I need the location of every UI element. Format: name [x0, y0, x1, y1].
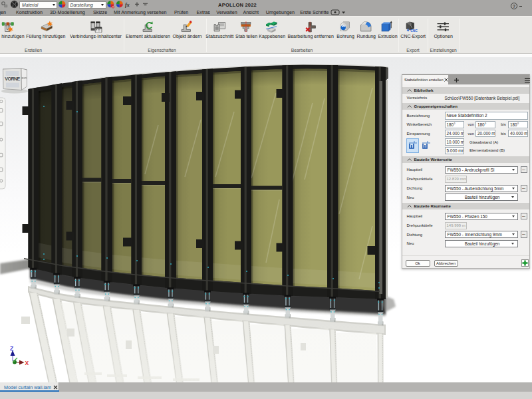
svg-text:VORNE: VORNE	[5, 76, 20, 81]
svg-text:RECHTS: RECHTS	[21, 77, 27, 80]
svg-text:?: ?	[513, 4, 515, 9]
svg-text:APOLLON 2022: APOLLON 2022	[218, 2, 257, 8]
svg-text:Z: Z	[10, 345, 13, 352]
svg-text:X: X	[25, 360, 29, 366]
svg-text:CNC: CNC	[410, 29, 418, 33]
svg-text:fx: fx	[125, 2, 130, 8]
